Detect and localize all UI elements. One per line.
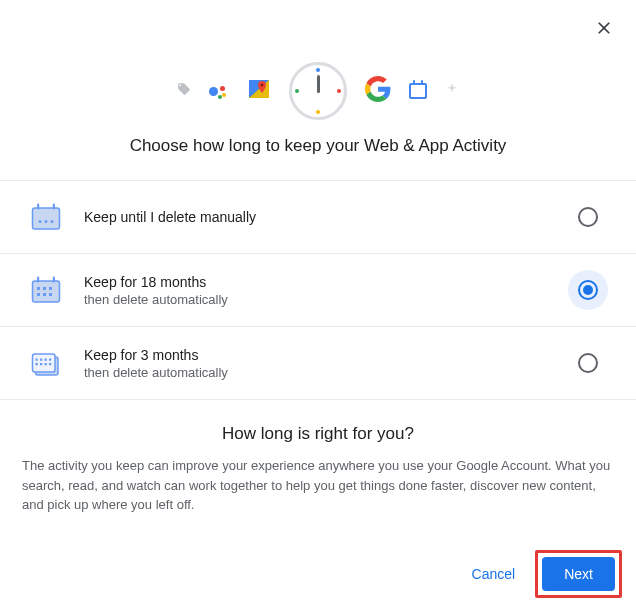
svg-rect-9 <box>33 281 60 302</box>
svg-rect-5 <box>53 204 55 210</box>
clock-icon <box>289 62 347 120</box>
svg-rect-23 <box>45 359 47 361</box>
svg-rect-27 <box>45 363 47 365</box>
radio-checked[interactable] <box>578 280 598 300</box>
explain-heading: How long is right for you? <box>22 424 614 444</box>
explain-body: The activity you keep can improve your e… <box>22 456 614 515</box>
explanation-section: How long is right for you? The activity … <box>0 400 636 515</box>
next-highlight: Next <box>535 550 622 598</box>
svg-rect-28 <box>49 363 51 365</box>
calendar-stack-icon <box>28 345 64 381</box>
svg-rect-14 <box>43 287 46 290</box>
option-manual-delete[interactable]: Keep until I delete manually <box>0 181 636 254</box>
svg-rect-17 <box>43 293 46 296</box>
option-sub: then delete automatically <box>84 365 548 380</box>
calendar-ellipsis-icon <box>28 199 64 235</box>
svg-point-7 <box>45 220 48 223</box>
next-button[interactable]: Next <box>542 557 615 591</box>
retention-options: Keep until I delete manually Keep for 18… <box>0 180 636 400</box>
svg-rect-22 <box>40 359 42 361</box>
cancel-button[interactable]: Cancel <box>460 557 528 591</box>
radio-unchecked[interactable] <box>578 207 598 227</box>
hero-icons <box>0 0 636 130</box>
page-title: Choose how long to keep your Web & App A… <box>0 136 636 156</box>
option-sub: then delete automatically <box>84 292 548 307</box>
svg-rect-26 <box>40 363 42 365</box>
svg-point-6 <box>39 220 42 223</box>
svg-rect-2 <box>33 208 60 229</box>
google-icon <box>365 76 391 106</box>
radio-unchecked[interactable] <box>578 353 598 373</box>
svg-rect-24 <box>49 359 51 361</box>
tag-icon <box>177 82 191 100</box>
option-label: Keep until I delete manually <box>84 209 548 225</box>
svg-rect-21 <box>36 359 38 361</box>
dialog-actions: Cancel Next <box>460 550 622 598</box>
option-3-months[interactable]: Keep for 3 months then delete automatica… <box>0 327 636 400</box>
svg-rect-16 <box>37 293 40 296</box>
sparkle-icon <box>445 82 459 100</box>
option-label: Keep for 18 months <box>84 274 548 290</box>
calendar-grid-icon <box>28 272 64 308</box>
svg-rect-13 <box>37 287 40 290</box>
assistant-icon <box>209 81 229 101</box>
option-label: Keep for 3 months <box>84 347 548 363</box>
option-18-months[interactable]: Keep for 18 months then delete automatic… <box>0 254 636 327</box>
svg-rect-11 <box>37 277 39 283</box>
maps-icon <box>247 77 271 105</box>
svg-rect-18 <box>49 293 52 296</box>
svg-rect-12 <box>53 277 55 283</box>
close-icon[interactable] <box>594 18 614 38</box>
calendar-icon <box>409 83 427 99</box>
svg-rect-4 <box>37 204 39 210</box>
svg-rect-15 <box>49 287 52 290</box>
svg-point-1 <box>261 84 264 87</box>
svg-rect-25 <box>36 363 38 365</box>
svg-point-8 <box>51 220 54 223</box>
